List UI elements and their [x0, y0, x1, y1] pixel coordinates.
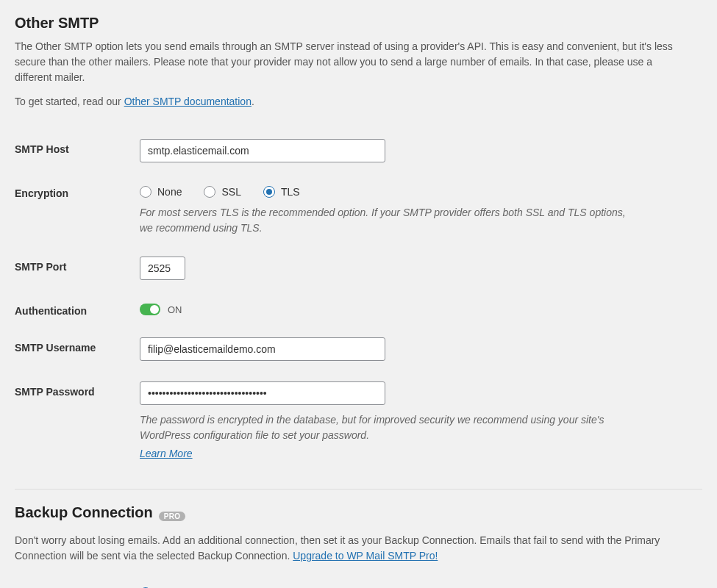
row-authentication: Authentication ON [15, 301, 702, 317]
section-title-other-smtp: Other SMTP [15, 15, 702, 32]
get-started-suffix: . [252, 96, 254, 107]
label-encryption: Encryption [15, 183, 140, 199]
authentication-state-label: ON [168, 304, 182, 315]
row-backup-connection: Backup Connection None Once you add an a… [15, 584, 702, 588]
section-title-backup-connection: Backup Connection [15, 504, 153, 521]
smtp-host-input[interactable] [140, 139, 385, 162]
other-smtp-doc-link[interactable]: Other SMTP documentation [124, 96, 252, 107]
backup-description: Don't worry about losing emails. Add an … [15, 533, 677, 564]
pro-badge: PRO [159, 512, 186, 521]
row-encryption: Encryption None SSL TLS For most servers… [15, 183, 702, 236]
encryption-tls-label: TLS [281, 186, 300, 198]
encryption-ssl-label: SSL [221, 186, 240, 198]
label-smtp-host: SMTP Host [15, 139, 140, 155]
smtp-password-help: The password is encrypted in the databas… [140, 412, 640, 443]
upgrade-pro-link[interactable]: Upgrade to WP Mail SMTP Pro! [293, 550, 438, 562]
smtp-password-input[interactable] [140, 381, 385, 405]
label-smtp-password: SMTP Password [15, 381, 140, 398]
smtp-username-input[interactable] [140, 337, 385, 361]
section-divider [15, 489, 702, 490]
encryption-help-text: For most servers TLS is the recommended … [140, 205, 640, 236]
radio-icon [140, 186, 151, 198]
get-started-text: To get started, read our Other SMTP docu… [15, 94, 677, 110]
radio-icon [204, 186, 215, 198]
row-smtp-host: SMTP Host [15, 139, 702, 162]
get-started-prefix: To get started, read our [15, 96, 124, 107]
row-smtp-port: SMTP Port [15, 257, 702, 280]
encryption-option-tls[interactable]: TLS [263, 186, 300, 198]
encryption-option-none[interactable]: None [140, 186, 182, 198]
learn-more-link[interactable]: Learn More [140, 448, 193, 459]
encryption-radio-group: None SSL TLS [140, 183, 702, 198]
label-smtp-username: SMTP Username [15, 337, 140, 354]
encryption-none-label: None [157, 186, 182, 198]
authentication-toggle[interactable] [140, 304, 160, 315]
label-backup-connection: Backup Connection [15, 584, 140, 588]
label-authentication: Authentication [15, 301, 140, 317]
encryption-option-ssl[interactable]: SSL [204, 186, 240, 198]
row-smtp-password: SMTP Password The password is encrypted … [15, 381, 702, 459]
toggle-knob-icon [150, 305, 159, 314]
radio-icon [263, 186, 275, 198]
row-smtp-username: SMTP Username [15, 337, 702, 361]
label-smtp-port: SMTP Port [15, 257, 140, 273]
smtp-port-input[interactable] [140, 257, 185, 280]
other-smtp-description: The Other SMTP option lets you send emai… [15, 39, 677, 85]
